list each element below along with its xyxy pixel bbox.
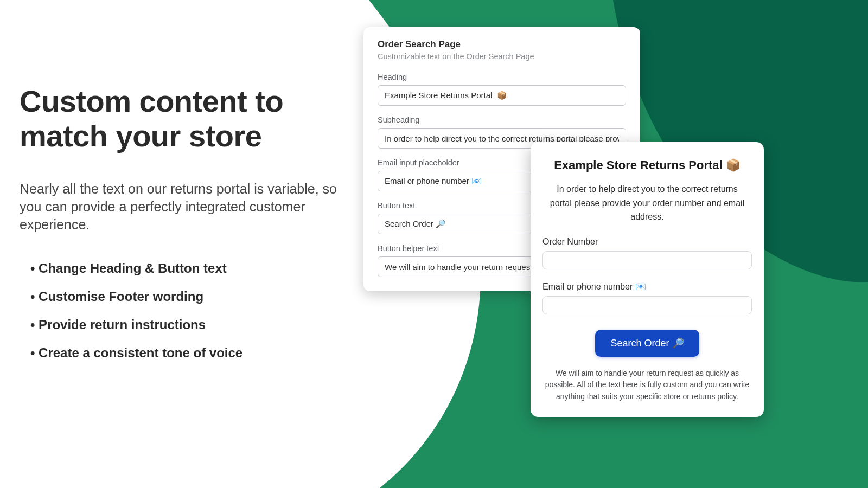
search-order-button[interactable]: Search Order 🔎	[595, 330, 699, 357]
headline: Custom content to match your store	[20, 84, 340, 154]
portal-description: In order to help direct you to the corre…	[542, 182, 752, 224]
portal-helper-text: We will aim to handle your return reques…	[542, 368, 752, 403]
bullet-item: Customise Footer wording	[30, 289, 340, 304]
portal-preview-card: Example Store Returns Portal 📦 In order …	[531, 142, 764, 417]
bullet-item: Provide return instructions	[30, 317, 340, 332]
email-input[interactable]	[542, 296, 752, 314]
admin-card-subtitle: Customizable text on the Order Search Pa…	[378, 52, 626, 61]
bullet-item: Create a consistent tone of voice	[30, 345, 340, 361]
email-label: Email or phone number 📧	[542, 281, 752, 292]
marketing-copy: Custom content to match your store Nearl…	[20, 84, 340, 374]
field-label-heading: Heading	[378, 73, 626, 81]
order-number-input[interactable]	[542, 251, 752, 269]
portal-title: Example Store Returns Portal 📦	[542, 158, 752, 172]
bullet-list: Change Heading & Button text Customise F…	[20, 261, 340, 361]
heading-input[interactable]	[378, 85, 626, 106]
subheadline: Nearly all the text on our returns porta…	[20, 180, 340, 234]
bullet-item: Change Heading & Button text	[30, 261, 340, 276]
field-label-subheading: Subheading	[378, 115, 626, 124]
order-number-label: Order Number	[542, 237, 752, 247]
admin-card-title: Order Search Page	[378, 39, 626, 50]
